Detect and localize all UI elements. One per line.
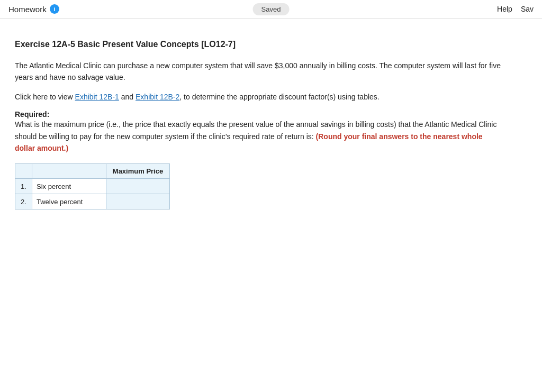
info-icon[interactable]: i: [50, 4, 59, 14]
topbar-right: Help Sav: [497, 5, 534, 13]
required-label: Required:: [15, 110, 49, 118]
exhibit-links: Click here to view Exhibit 12B-1 and Exh…: [15, 91, 504, 103]
saved-badge: Saved: [253, 3, 290, 15]
row-label-2: Twelve percent: [32, 194, 106, 209]
th-maximum-price: Maximum Price: [106, 164, 170, 179]
exhibit-prefix: Click here to view: [15, 93, 75, 101]
main-content: Exercise 12A-5 Basic Present Value Conce…: [0, 19, 519, 231]
exhibit-and: and: [119, 93, 136, 101]
table-row: 2. Twelve percent: [15, 194, 170, 209]
input-six-percent[interactable]: [106, 179, 169, 194]
row-num-2: 2.: [15, 194, 32, 209]
exhibit1-link[interactable]: Exhibit 12B-1: [75, 93, 119, 101]
th-empty: [15, 164, 32, 179]
exhibit-suffix: , to determine the appropriate discount …: [179, 93, 379, 101]
save-button[interactable]: Sav: [521, 5, 534, 13]
data-table: Maximum Price 1. Six percent 2. Twelve p…: [15, 163, 170, 209]
topbar-center: Saved: [253, 5, 290, 13]
table-row: 1. Six percent: [15, 179, 170, 194]
topbar-title: Homework: [8, 5, 47, 14]
required-section: Required: What is the maximum price (i.e…: [15, 110, 504, 154]
exercise-title: Exercise 12A-5 Basic Present Value Conce…: [15, 40, 504, 49]
topbar: Homework i Saved Help Sav: [0, 0, 542, 19]
th-label: [32, 164, 106, 179]
topbar-left: Homework i: [8, 4, 59, 14]
row-num-1: 1.: [15, 179, 32, 194]
row-value-2[interactable]: [106, 194, 170, 209]
table-header-row: Maximum Price: [15, 164, 170, 179]
row-value-1[interactable]: [106, 179, 170, 194]
description: The Atlantic Medical Clinic can purchase…: [15, 60, 504, 84]
exhibit2-link[interactable]: Exhibit 12B-2: [136, 93, 179, 101]
row-label-1: Six percent: [32, 179, 106, 194]
input-twelve-percent[interactable]: [106, 194, 169, 209]
help-button[interactable]: Help: [497, 5, 512, 13]
required-text: What is the maximum price (i.e., the pri…: [15, 120, 496, 152]
